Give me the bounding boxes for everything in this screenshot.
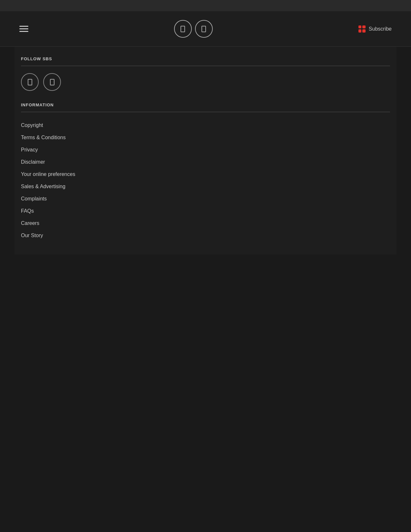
social-icon-button-2[interactable] [43,73,61,91]
nav-header: Subscribe [0,11,411,47]
page-rest [0,255,411,532]
nav-logo-button-2[interactable] [195,20,213,38]
nav-left [19,26,28,32]
terms-conditions-link[interactable]: Terms & Conditions [21,131,390,144]
follow-sbs-title: FOLLOW SBS [21,56,390,61]
top-bar [0,0,411,11]
subscribe-icon-square-2 [362,25,366,29]
subscribe-icon-square-3 [358,29,362,33]
nav-logo-button-1[interactable] [174,20,192,38]
social-icons-container [21,73,390,91]
subscribe-button[interactable]: Subscribe [358,25,392,33]
info-links-nav: CopyrightTerms & ConditionsPrivacyDiscla… [21,119,390,242]
subscribe-icon-square-1 [358,25,362,29]
careers-link[interactable]: Careers [21,217,390,229]
online-preferences-link[interactable]: Your online preferences [21,168,390,180]
hamburger-line-3 [19,31,28,32]
our-story-link[interactable]: Our Story [21,229,390,242]
logo-icon-2 [201,26,206,32]
information-title: INFORMATION [21,102,390,107]
information-divider [21,112,390,112]
sales-advertising-link[interactable]: Sales & Advertising [21,180,390,193]
follow-sbs-section: FOLLOW SBS [21,56,390,91]
hamburger-line-1 [19,26,28,27]
logo-icon-1 [181,26,185,32]
follow-sbs-divider [21,66,390,66]
hamburger-menu-button[interactable] [19,26,28,32]
subscribe-icon-square-4 [362,29,366,33]
subscribe-icon [358,25,366,33]
nav-center [174,20,213,38]
disclaimer-link[interactable]: Disclaimer [21,156,390,168]
information-section: INFORMATION CopyrightTerms & ConditionsP… [21,102,390,242]
footer-content: FOLLOW SBS INFORMATION CopyrightTerms & … [15,47,396,255]
subscribe-label: Subscribe [369,26,392,32]
hamburger-line-2 [19,28,28,29]
privacy-link[interactable]: Privacy [21,144,390,156]
social-icon-shape-2 [50,79,54,85]
social-icon-shape-1 [28,79,32,85]
complaints-link[interactable]: Complaints [21,193,390,205]
copyright-link[interactable]: Copyright [21,119,390,131]
social-icon-button-1[interactable] [21,73,39,91]
faqs-link[interactable]: FAQs [21,205,390,217]
